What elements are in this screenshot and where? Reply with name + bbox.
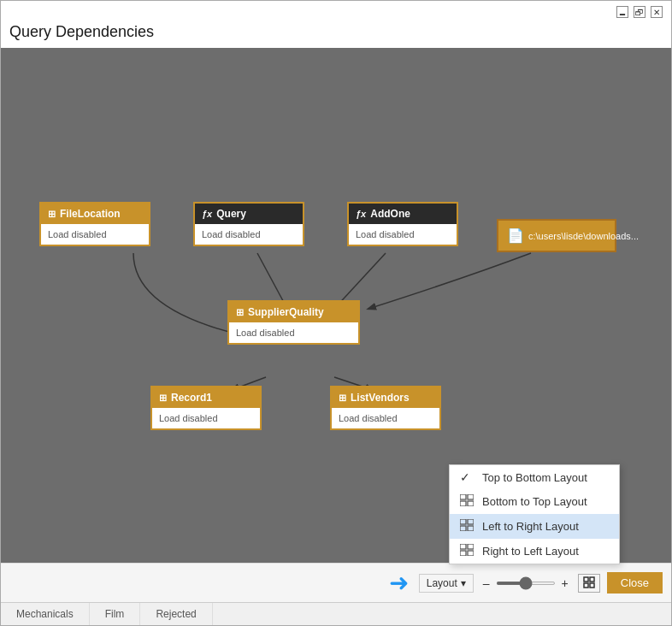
node-record1-label: Record1 bbox=[171, 392, 212, 404]
function-icon2: ƒx bbox=[356, 209, 366, 219]
svg-rect-7 bbox=[460, 501, 466, 506]
svg-rect-8 bbox=[468, 501, 474, 506]
menu-item-right-to-left[interactable]: Right to Left Layout bbox=[450, 539, 619, 564]
menu-item-right-to-left-label: Right to Left Layout bbox=[482, 545, 579, 558]
title-bar: 🗕 🗗 ✕ bbox=[1, 1, 671, 20]
svg-rect-1 bbox=[584, 577, 588, 582]
minimize-icon: 🗕 bbox=[618, 8, 627, 17]
zoom-controls: – + bbox=[480, 576, 571, 590]
node-filelocation-body: Load disabled bbox=[41, 224, 149, 245]
svg-rect-13 bbox=[460, 544, 466, 549]
zoom-minus-button[interactable]: – bbox=[480, 576, 492, 590]
close-button[interactable]: Close bbox=[607, 572, 663, 594]
close-button[interactable]: ✕ bbox=[651, 6, 663, 18]
svg-rect-16 bbox=[468, 551, 474, 556]
grid-icon-3 bbox=[460, 544, 474, 558]
maximize-button[interactable]: 🗗 bbox=[634, 6, 645, 18]
arrow-indicator: ➜ bbox=[389, 569, 409, 597]
maximize-icon: 🗗 bbox=[635, 8, 644, 17]
close-icon: ✕ bbox=[653, 8, 660, 17]
node-fileref-label: c:\users\lisde\downloads... bbox=[528, 231, 639, 241]
node-query-header: ƒx Query bbox=[195, 204, 303, 224]
node-filelocation-label: FileLocation bbox=[60, 208, 121, 220]
node-record1-header: ⊞ Record1 bbox=[152, 387, 260, 408]
tab-bar: Mechanicals Film Rejected bbox=[1, 602, 671, 625]
file-icon: 📄 bbox=[507, 227, 524, 244]
menu-item-top-to-bottom-label: Top to Bottom Layout bbox=[482, 471, 587, 484]
menu-item-left-to-right-label: Left to Right Layout bbox=[482, 520, 579, 533]
layout-label: Layout bbox=[427, 577, 457, 589]
main-window: 🗕 🗗 ✕ Query Dependencies bbox=[0, 0, 672, 626]
main-content: ⊞ FileLocation Load disabled ƒx Query Lo… bbox=[1, 48, 671, 625]
tab-film[interactable]: Film bbox=[90, 603, 141, 625]
grid-icon-1 bbox=[460, 494, 474, 509]
node-listvendors-header: ⊞ ListVendors bbox=[332, 387, 439, 408]
table-icon2: ⊞ bbox=[236, 307, 244, 318]
tab-rejected[interactable]: Rejected bbox=[140, 603, 212, 625]
table-icon3: ⊞ bbox=[159, 393, 167, 404]
bottom-toolbar: ➜ Layout ▾ – + Cl bbox=[1, 563, 671, 602]
menu-item-bottom-to-top-label: Bottom to Top Layout bbox=[482, 495, 587, 508]
node-query[interactable]: ƒx Query Load disabled bbox=[193, 202, 304, 246]
svg-rect-11 bbox=[460, 526, 466, 531]
dropdown-arrow-icon: ▾ bbox=[461, 577, 466, 589]
minimize-button[interactable]: 🗕 bbox=[616, 6, 628, 18]
node-filelocation[interactable]: ⊞ FileLocation Load disabled bbox=[39, 202, 150, 246]
node-record1[interactable]: ⊞ Record1 Load disabled bbox=[150, 386, 262, 430]
layout-button[interactable]: Layout ▾ bbox=[419, 574, 474, 593]
node-record1-body: Load disabled bbox=[152, 408, 260, 428]
node-addone-header: ƒx AddOne bbox=[349, 204, 457, 224]
node-query-label: Query bbox=[216, 208, 246, 220]
node-addone-label: AddOne bbox=[370, 208, 410, 220]
svg-rect-14 bbox=[468, 544, 474, 549]
node-supplierquality[interactable]: ⊞ SupplierQuality Load disabled bbox=[227, 300, 360, 345]
page-title: Query Dependencies bbox=[1, 20, 671, 48]
node-supplierquality-label: SupplierQuality bbox=[248, 306, 324, 318]
node-filelocation-header: ⊞ FileLocation bbox=[41, 204, 149, 224]
tab-mechanicals[interactable]: Mechanicals bbox=[1, 603, 90, 625]
zoom-slider[interactable] bbox=[496, 582, 556, 585]
grid-icon-2 bbox=[460, 519, 474, 534]
node-listvendors-body: Load disabled bbox=[332, 408, 439, 428]
svg-rect-5 bbox=[460, 494, 466, 499]
svg-rect-6 bbox=[468, 494, 474, 499]
checkmark-icon: ✓ bbox=[460, 470, 474, 484]
node-listvendors[interactable]: ⊞ ListVendors Load disabled bbox=[330, 386, 441, 430]
node-addone-body: Load disabled bbox=[349, 224, 457, 245]
table-icon4: ⊞ bbox=[339, 393, 346, 404]
window-controls: 🗕 🗗 ✕ bbox=[616, 6, 663, 18]
layout-dropdown-menu: ✓ Top to Bottom Layout Bottom to Top Lay… bbox=[449, 464, 620, 564]
zoom-plus-button[interactable]: + bbox=[559, 576, 571, 590]
table-icon: ⊞ bbox=[48, 209, 56, 220]
svg-rect-4 bbox=[590, 583, 594, 588]
svg-rect-9 bbox=[460, 519, 466, 524]
node-supplierquality-header: ⊞ SupplierQuality bbox=[229, 302, 358, 322]
svg-rect-3 bbox=[584, 583, 588, 588]
node-query-body: Load disabled bbox=[195, 224, 303, 245]
svg-rect-10 bbox=[468, 519, 474, 524]
svg-rect-15 bbox=[460, 551, 466, 556]
node-listvendors-label: ListVendors bbox=[351, 392, 410, 404]
node-fileref[interactable]: 📄 c:\users\lisde\downloads... bbox=[497, 219, 616, 252]
node-supplierquality-body: Load disabled bbox=[229, 322, 358, 343]
menu-item-top-to-bottom[interactable]: ✓ Top to Bottom Layout bbox=[450, 465, 619, 489]
fit-icon bbox=[583, 576, 595, 588]
fit-button[interactable] bbox=[578, 574, 600, 593]
menu-item-bottom-to-top[interactable]: Bottom to Top Layout bbox=[450, 489, 619, 514]
svg-rect-2 bbox=[590, 577, 594, 582]
function-icon: ƒx bbox=[202, 209, 212, 219]
svg-rect-12 bbox=[468, 526, 474, 531]
menu-item-left-to-right[interactable]: Left to Right Layout bbox=[450, 514, 619, 539]
node-addone[interactable]: ƒx AddOne Load disabled bbox=[347, 202, 458, 246]
